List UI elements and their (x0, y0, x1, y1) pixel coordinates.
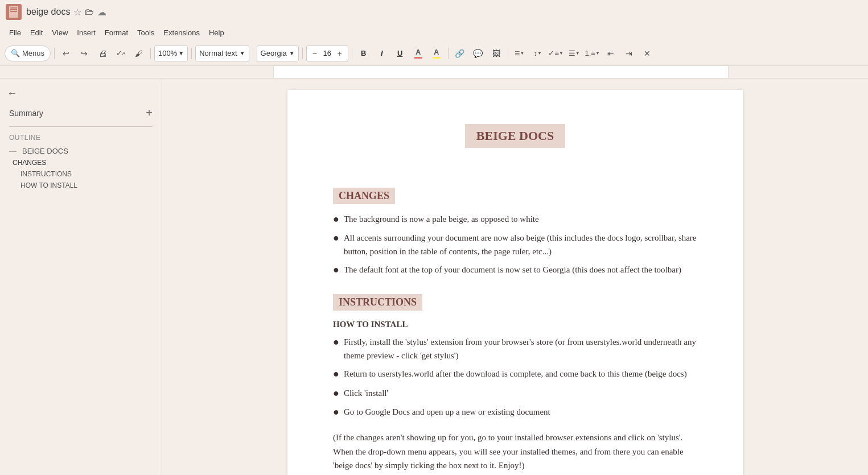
divider-8 (508, 48, 508, 59)
list-item: ● The default font at the top of your do… (333, 263, 697, 277)
zoom-chevron: ▼ (178, 50, 184, 56)
spellcheck-button[interactable]: ✓A (113, 46, 129, 61)
menu-format[interactable]: Format (101, 27, 131, 38)
align-button[interactable]: ≡▼ (512, 46, 528, 61)
text-color-icon: A (414, 48, 422, 59)
document-title: BEIGE DOCS (465, 124, 565, 148)
list-item: ● Go to Google Docs and open up a new or… (333, 405, 697, 419)
divider-6 (352, 48, 352, 59)
divider-2 (150, 48, 151, 59)
bullet-dot: ● (333, 405, 339, 419)
list-item: ● Firstly, install the 'stylus' extensio… (333, 335, 697, 362)
search-icon: 🔍 (11, 49, 20, 57)
menus-button[interactable]: 🔍 Menus (5, 46, 51, 61)
bullet-text: Click 'install' (344, 386, 388, 400)
summary-add-button[interactable]: + (146, 106, 153, 119)
image-button[interactable]: 🖼 (488, 46, 504, 61)
indent-increase-button[interactable]: ⇥ (621, 46, 637, 61)
bullet-text: Firstly, install the 'stylus' extension … (344, 335, 697, 362)
changes-bullet-list: ● The background is now a pale beige, as… (333, 212, 697, 277)
sidebar-back-button[interactable]: ← (0, 85, 162, 104)
bullet-dot: ● (333, 263, 339, 277)
comment-button[interactable]: 💬 (470, 46, 486, 61)
sidebar: ← Summary + Outline — BEIGE DOCS CHANGES… (0, 79, 162, 475)
highlight-icon: A (433, 48, 441, 59)
bullet-dot: ● (333, 231, 339, 245)
list-item: ● Click 'install' (333, 386, 697, 400)
outline-item-changes[interactable]: CHANGES (0, 157, 162, 168)
clear-format-button[interactable]: ✕ (639, 46, 655, 61)
font-chevron: ▼ (289, 50, 295, 56)
menu-extensions[interactable]: Extensions (160, 27, 203, 38)
title-bar: beige docs ☆ 🗁 ☁ (0, 0, 868, 24)
title-icons: ☆ 🗁 ☁ (73, 7, 106, 18)
font-selector[interactable]: Georgia ▼ (257, 46, 299, 61)
bullet-text: Go to Google Docs and open up a new or e… (344, 405, 550, 419)
install-note: (If the changes aren't showing up for yo… (333, 431, 697, 473)
sidebar-divider (9, 126, 153, 127)
menu-edit[interactable]: Edit (27, 27, 46, 38)
divider-5 (302, 48, 303, 59)
list-item: ● All accents surrounding your document … (333, 231, 697, 258)
style-selector[interactable]: Normal text ▼ (195, 46, 249, 61)
font-label: Georgia (261, 49, 287, 57)
bullet-list-button[interactable]: ☰▼ (566, 46, 582, 61)
zoom-value: 100% (158, 49, 177, 57)
zoom-selector[interactable]: 100% ▼ (154, 46, 188, 61)
checklist-button[interactable]: ✓≡▼ (548, 46, 564, 61)
outline-label: Outline (0, 131, 162, 145)
outline-item-how-to-install[interactable]: HOW TO INSTALL (0, 180, 162, 191)
redo-button[interactable]: ↪ (76, 46, 92, 61)
outline-item-beige-docs[interactable]: — BEIGE DOCS (0, 145, 162, 157)
menu-insert[interactable]: Insert (73, 27, 99, 38)
install-bullet-list: ● Firstly, install the 'stylus' extensio… (333, 335, 697, 419)
menu-bar: File Edit View Insert Format Tools Exten… (0, 24, 868, 41)
divider-3 (191, 48, 192, 59)
menu-view[interactable]: View (48, 27, 71, 38)
doc-title-center: BEIGE DOCS (333, 124, 697, 171)
style-label: Normal text (199, 49, 237, 57)
bullet-dot: ● (333, 212, 339, 226)
bold-button[interactable]: B (356, 46, 372, 61)
italic-button[interactable]: I (374, 46, 390, 61)
star-icon[interactable]: ☆ (73, 7, 81, 18)
menus-label: Menus (22, 49, 44, 57)
menu-tools[interactable]: Tools (134, 27, 158, 38)
bullet-dot: ● (333, 367, 339, 381)
document-page[interactable]: BEIGE DOCS CHANGES ● The background is n… (287, 90, 743, 475)
link-button[interactable]: 🔗 (452, 46, 468, 61)
instructions-heading: INSTRUCTIONS (333, 294, 697, 319)
how-to-install-subheading: HOW TO INSTALL (333, 320, 697, 329)
doc-title: beige docs (26, 7, 70, 17)
bullet-dot: ● (333, 335, 339, 349)
font-size-increase[interactable]: + (334, 48, 345, 59)
ruler-inner (273, 66, 729, 78)
print-button[interactable]: 🖨 (94, 46, 110, 61)
outline-dash: — (9, 147, 17, 155)
changes-section: CHANGES ● The background is now a pale b… (333, 188, 697, 277)
folder-icon[interactable]: 🗁 (85, 7, 94, 17)
underline-button[interactable]: U (392, 46, 408, 61)
document-area: BEIGE DOCS CHANGES ● The background is n… (162, 79, 868, 475)
highlight-color-button[interactable]: A (429, 46, 445, 61)
menu-help[interactable]: Help (205, 27, 228, 38)
font-size-value[interactable]: 16 (322, 49, 333, 57)
list-item: ● Return to userstyles.world after the d… (333, 367, 697, 381)
toolbar: 🔍 Menus ↩ ↪ 🖨 ✓A 🖌 100% ▼ Normal text ▼ … (0, 41, 868, 66)
cloud-icon[interactable]: ☁ (97, 7, 106, 18)
paint-button[interactable]: 🖌 (131, 46, 147, 61)
outline-item-instructions[interactable]: INSTRUCTIONS (0, 168, 162, 180)
list-item: ● The background is now a pale beige, as… (333, 212, 697, 226)
undo-button[interactable]: ↩ (58, 46, 74, 61)
changes-heading: CHANGES (333, 188, 697, 212)
menu-file[interactable]: File (6, 27, 24, 38)
text-color-button[interactable]: A (410, 46, 426, 61)
indent-decrease-button[interactable]: ⇤ (603, 46, 619, 61)
bullet-text: All accents surrounding your document ar… (344, 231, 697, 258)
divider-4 (253, 48, 253, 59)
bullet-text: Return to userstyles.world after the dow… (344, 367, 687, 381)
numbered-list-button[interactable]: 1.≡▼ (585, 46, 600, 61)
line-spacing-button[interactable]: ↕▼ (530, 46, 546, 61)
doc-icon (6, 4, 22, 20)
font-size-decrease[interactable]: − (309, 48, 320, 59)
